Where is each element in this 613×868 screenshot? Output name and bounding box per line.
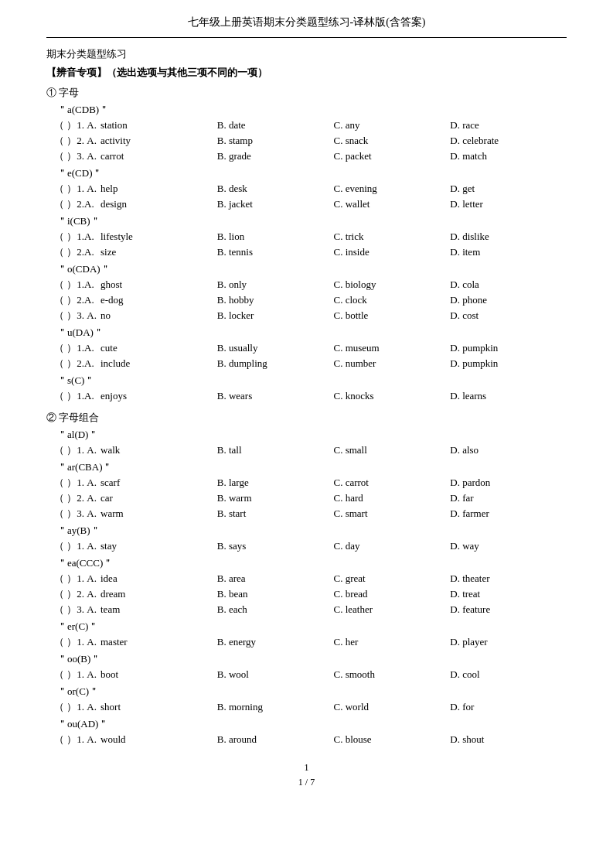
option-b: B. stamp bbox=[217, 135, 334, 147]
q-num: （ ）2.A. bbox=[54, 197, 100, 211]
option-a: team bbox=[100, 603, 217, 616]
q-num: （ ）2.A. bbox=[54, 245, 100, 259]
option-a: station bbox=[100, 119, 217, 132]
table-row: （ ）1. A.masterB. energyC. herD. player bbox=[46, 635, 567, 649]
table-row: （ ）1. A.ideaB. areaC. greatD. theater bbox=[46, 572, 567, 586]
option-b: B. usually bbox=[217, 342, 334, 354]
subsection-2: ② 字母组合＂al(D)＂（ ）1. A.walkB. tallC. small… bbox=[46, 411, 567, 747]
option-a: warm bbox=[100, 507, 217, 520]
q-options: shortB. morningC. worldD. for bbox=[100, 701, 567, 713]
page-number: 1 bbox=[46, 762, 567, 774]
option-a: car bbox=[100, 492, 217, 504]
option-a: e-dog bbox=[100, 294, 217, 306]
table-row: （ ）1. A.wouldB. aroundC. blouseD. shout bbox=[46, 733, 567, 747]
table-row: （ ）2. A.activityB. stampC. snackD. celeb… bbox=[46, 134, 567, 148]
option-d: D. dislike bbox=[450, 231, 567, 243]
pattern-label: ＂u(DA)＂ bbox=[57, 326, 567, 340]
option-d: D. theater bbox=[450, 572, 567, 585]
option-d: D. also bbox=[450, 444, 567, 456]
option-c: C. world bbox=[334, 701, 451, 713]
option-b: B. desk bbox=[217, 183, 334, 195]
pattern-label: ＂o(CDA)＂ bbox=[57, 262, 567, 276]
q-options: scarfB. largeC. carrotD. pardon bbox=[100, 477, 567, 489]
option-a: include bbox=[100, 357, 217, 370]
pattern-label: ＂al(D)＂ bbox=[57, 428, 567, 442]
pattern-label: ＂ea(CCC)＂ bbox=[57, 556, 567, 570]
q-options: enjoysB. wearsC. knocksD. learns bbox=[100, 390, 567, 402]
q-num: （ ）1. A. bbox=[54, 443, 100, 457]
option-b: B. says bbox=[217, 540, 334, 552]
q-options: noB. lockerC. bottleD. cost bbox=[100, 309, 567, 322]
option-d: D. far bbox=[450, 492, 567, 504]
q-options: stationB. dateC. anyD. race bbox=[100, 119, 567, 132]
option-b: B. warm bbox=[217, 492, 334, 504]
option-a: lifestyle bbox=[100, 231, 217, 243]
q-num: （ ）3. A. bbox=[54, 603, 100, 617]
q-options: ideaB. areaC. greatD. theater bbox=[100, 572, 567, 585]
subsection-2-label: ② 字母组合 bbox=[46, 411, 567, 425]
q-options: stayB. saysC. dayD. way bbox=[100, 540, 567, 552]
option-b: B. large bbox=[217, 477, 334, 489]
option-a: boot bbox=[100, 668, 217, 681]
table-row: （ ）2.A.sizeB. tennisC. insideD. item bbox=[46, 245, 567, 259]
q-num: （ ）2. A. bbox=[54, 134, 100, 148]
option-a: short bbox=[100, 701, 217, 713]
q-options: helpB. deskC. eveningD. get bbox=[100, 183, 567, 195]
option-a: size bbox=[100, 246, 217, 258]
option-a: would bbox=[100, 733, 217, 746]
option-d: D. pardon bbox=[450, 477, 567, 489]
q-num: （ ）1. A. bbox=[54, 572, 100, 586]
option-a: stay bbox=[100, 540, 217, 552]
option-c: C. bottle bbox=[334, 309, 451, 322]
option-d: D. cola bbox=[450, 279, 567, 291]
q-options: wouldB. aroundC. blouseD. shout bbox=[100, 733, 567, 746]
option-b: B. lion bbox=[217, 231, 334, 243]
table-row: （ ）1. A.scarfB. largeC. carrotD. pardon bbox=[46, 476, 567, 490]
option-c: C. small bbox=[334, 444, 451, 456]
option-a: activity bbox=[100, 135, 217, 147]
q-options: sizeB. tennisC. insideD. item bbox=[100, 246, 567, 258]
option-d: D. pumpkin bbox=[450, 357, 567, 370]
option-b: B. date bbox=[217, 119, 334, 132]
pattern-label: ＂or(C)＂ bbox=[57, 685, 567, 699]
pattern-label: ＂ou(AD)＂ bbox=[57, 717, 567, 731]
pattern-label: ＂er(C)＂ bbox=[57, 620, 567, 634]
option-d: D. player bbox=[450, 636, 567, 648]
q-num: （ ）1.A. bbox=[54, 278, 100, 292]
q-num: （ ）1. A. bbox=[54, 476, 100, 490]
option-a: no bbox=[100, 309, 217, 322]
subsection-1: ① 字母＂a(CDB)＂（ ）1. A.stationB. dateC. any… bbox=[46, 86, 567, 403]
q-options: dreamB. beanC. breadD. treat bbox=[100, 588, 567, 600]
q-num: （ ）1. A. bbox=[54, 733, 100, 747]
option-c: C. day bbox=[334, 540, 451, 552]
q-num: （ ）1. A. bbox=[54, 700, 100, 714]
option-d: D. match bbox=[450, 150, 567, 162]
q-num: （ ）3. A. bbox=[54, 507, 100, 521]
q-num: （ ）1.A. bbox=[54, 389, 100, 403]
option-b: B. only bbox=[217, 279, 334, 291]
option-c: C. evening bbox=[334, 183, 451, 195]
q-options: teamB. eachC. leatherD. feature bbox=[100, 603, 567, 616]
table-row: （ ）2. A.carB. warmC. hardD. far bbox=[46, 491, 567, 505]
table-row: （ ）2.A.e-dogB. hobbyC. clockD. phone bbox=[46, 293, 567, 307]
option-b: B. jacket bbox=[217, 198, 334, 210]
page-title: 七年级上册英语期末分类题型练习-译林版(含答案) bbox=[46, 15, 567, 29]
pattern-label: ＂oo(B)＂ bbox=[57, 652, 567, 666]
option-c: C. inside bbox=[334, 246, 451, 258]
divider bbox=[46, 37, 567, 38]
table-row: （ ）2.A.designB. jacketC. walletD. letter bbox=[46, 197, 567, 211]
q-options: designB. jacketC. walletD. letter bbox=[100, 198, 567, 210]
option-c: C. museum bbox=[334, 342, 451, 354]
q-num: （ ）2. A. bbox=[54, 491, 100, 505]
option-b: B. locker bbox=[217, 309, 334, 322]
option-c: C. packet bbox=[334, 150, 451, 162]
option-b: B. dumpling bbox=[217, 357, 334, 370]
option-a: carrot bbox=[100, 150, 217, 162]
q-num: （ ）3. A. bbox=[54, 309, 100, 323]
table-row: （ ）1.A.enjoysB. wearsC. knocksD. learns bbox=[46, 389, 567, 403]
option-b: B. bean bbox=[217, 588, 334, 600]
page-fraction: 1 / 7 bbox=[46, 777, 567, 788]
table-row: （ ）1. A.stationB. dateC. anyD. race bbox=[46, 118, 567, 132]
table-row: （ ）1. A.stayB. saysC. dayD. way bbox=[46, 539, 567, 553]
option-a: master bbox=[100, 636, 217, 648]
